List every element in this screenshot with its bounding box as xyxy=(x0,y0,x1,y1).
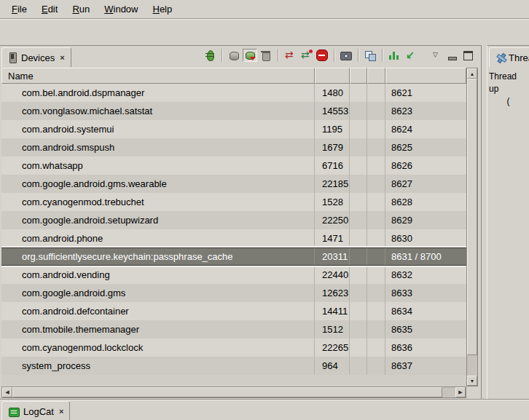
process-name: com.google.android.setupwizard xyxy=(1,211,315,229)
column-header-name[interactable]: Name xyxy=(1,68,315,84)
minimize-view-icon[interactable] xyxy=(445,49,460,62)
scroll-up-icon[interactable]: ▲ xyxy=(467,68,477,79)
table-row[interactable]: com.cyanogenmod.lockclock 22265 8636 xyxy=(1,338,466,357)
process-table: Name com.bel.android.dspmanager 1480 862… xyxy=(1,68,478,398)
tab-logcat[interactable]: LogCat × xyxy=(1,401,70,420)
scroll-right-icon[interactable]: ▶ xyxy=(455,387,466,397)
horizontal-scrollbar-thumb[interactable] xyxy=(12,387,442,397)
tab-devices-close-icon[interactable]: × xyxy=(58,53,64,62)
table-row[interactable]: com.google.android.gms.wearable 22185 86… xyxy=(1,175,466,193)
threads-message-line2: ( xyxy=(489,95,528,108)
empty-cell xyxy=(367,338,385,357)
empty-cell xyxy=(367,266,385,284)
debug-icon[interactable] xyxy=(203,49,217,62)
table-row[interactable]: com.android.phone 1471 8630 xyxy=(1,229,466,247)
empty-cell xyxy=(350,138,367,156)
process-port: 8623 xyxy=(385,102,466,120)
menu-bar: File Edit Run Window Help xyxy=(0,0,529,19)
scroll-left-icon[interactable]: ◀ xyxy=(2,387,12,397)
table-row[interactable]: com.tmobile.thememanager 1512 8635 xyxy=(1,320,466,338)
process-port: 8626 xyxy=(385,156,466,175)
empty-cell xyxy=(367,102,385,120)
threads-message: Thread up ( xyxy=(487,68,529,111)
table-row[interactable]: com.android.defcontainer 14411 8634 xyxy=(1,302,466,320)
table-row[interactable]: com.google.android.setupwizard 22250 862… xyxy=(1,211,466,229)
cause-gc-icon[interactable] xyxy=(259,49,273,62)
process-port: 8621 xyxy=(385,84,466,102)
process-pid: 20311 xyxy=(315,248,350,265)
maximize-view-icon[interactable] xyxy=(461,49,476,62)
threads-tabbar: Threa xyxy=(487,46,529,68)
process-port: 8628 xyxy=(385,193,466,211)
update-heap-icon[interactable] xyxy=(227,49,241,62)
table-row[interactable]: com.android.vending 22440 8632 xyxy=(1,266,466,284)
empty-cell xyxy=(367,229,385,247)
column-header-empty[interactable] xyxy=(367,68,385,84)
menu-edit[interactable]: Edit xyxy=(34,1,65,17)
process-pid: 22250 xyxy=(315,211,350,229)
process-port: 8633 xyxy=(385,284,466,302)
empty-cell xyxy=(367,175,385,193)
process-pid: 1480 xyxy=(315,84,350,102)
panel-sash[interactable] xyxy=(482,45,487,399)
start-method-profiling-icon[interactable] xyxy=(299,49,313,62)
process-pid: 14411 xyxy=(315,302,350,320)
horizontal-scrollbar[interactable]: ◀ ▶ xyxy=(1,387,466,398)
table-row[interactable]: system_process 964 8637 xyxy=(1,357,466,375)
empty-cell xyxy=(350,266,367,284)
toolbar-separator xyxy=(334,49,334,62)
toolbar-separator xyxy=(358,49,358,62)
process-port: 8634 xyxy=(385,302,466,320)
menu-help[interactable]: Help xyxy=(145,1,179,17)
empty-cell xyxy=(350,357,367,375)
empty-cell xyxy=(350,338,367,357)
empty-cell xyxy=(367,320,385,338)
vertical-scrollbar-thumb[interactable] xyxy=(467,79,477,355)
table-row[interactable]: com.whatsapp 6716 8626 xyxy=(1,156,466,175)
column-header-empty[interactable] xyxy=(350,68,367,84)
process-port: 8636 xyxy=(385,338,466,357)
table-row-selected[interactable]: org.sufficientlysecure.keychain:passphra… xyxy=(1,247,466,266)
table-row[interactable]: com.android.smspush 1679 8625 xyxy=(1,138,466,156)
process-name: com.android.smspush xyxy=(1,138,315,156)
table-row[interactable]: com.android.systemui 1195 8624 xyxy=(1,120,466,138)
stop-process-icon[interactable] xyxy=(315,49,329,62)
table-row[interactable]: com.bel.android.dspmanager 1480 8621 xyxy=(1,84,466,102)
menu-file[interactable]: File xyxy=(4,1,34,17)
empty-cell xyxy=(367,138,385,156)
menu-window[interactable]: Window xyxy=(97,1,145,17)
tab-logcat-close-icon[interactable]: × xyxy=(58,407,63,416)
update-threads-icon[interactable] xyxy=(283,49,297,62)
column-header-port[interactable] xyxy=(385,68,466,84)
empty-cell xyxy=(350,248,367,265)
column-header-pid[interactable] xyxy=(315,68,350,84)
empty-cell xyxy=(367,284,385,302)
screen-capture-icon[interactable] xyxy=(339,49,353,62)
table-row[interactable]: com.cyanogenmod.trebuchet 1528 8628 xyxy=(1,193,466,211)
threads-icon xyxy=(495,52,505,63)
devices-tabbar: Devices × xyxy=(0,46,481,68)
tab-devices[interactable]: Devices × xyxy=(1,47,71,67)
sysinfo-chart-icon[interactable] xyxy=(387,49,401,62)
process-name: com.cyanogenmod.lockclock xyxy=(1,338,315,357)
table-row[interactable]: com.vonglasow.michael.satstat 14553 8623 xyxy=(1,102,466,120)
logcat-icon xyxy=(8,406,20,417)
menu-run[interactable]: Run xyxy=(65,1,97,17)
main-toolbar xyxy=(0,19,529,45)
table-row[interactable]: com.google.android.gms 12623 8633 xyxy=(1,284,466,302)
process-pid: 964 xyxy=(315,357,350,375)
scroll-down-icon[interactable]: ▼ xyxy=(467,376,477,386)
toolbar-separator xyxy=(382,49,383,62)
process-pid: 22265 xyxy=(315,338,350,357)
vertical-scrollbar[interactable]: ▲ ▼ xyxy=(466,68,478,387)
dump-hprof-icon[interactable] xyxy=(243,49,257,62)
empty-cell xyxy=(367,120,385,138)
table-header: Name xyxy=(1,68,466,84)
view-menu-icon[interactable] xyxy=(429,49,444,62)
tab-threads[interactable]: Threa xyxy=(489,47,529,67)
toolbar-separator xyxy=(222,49,222,62)
reset-adb-icon[interactable] xyxy=(403,49,418,62)
process-port: 8637 xyxy=(385,357,466,375)
tab-logcat-label: LogCat xyxy=(23,406,54,417)
ui-hierarchy-icon[interactable] xyxy=(363,49,377,62)
